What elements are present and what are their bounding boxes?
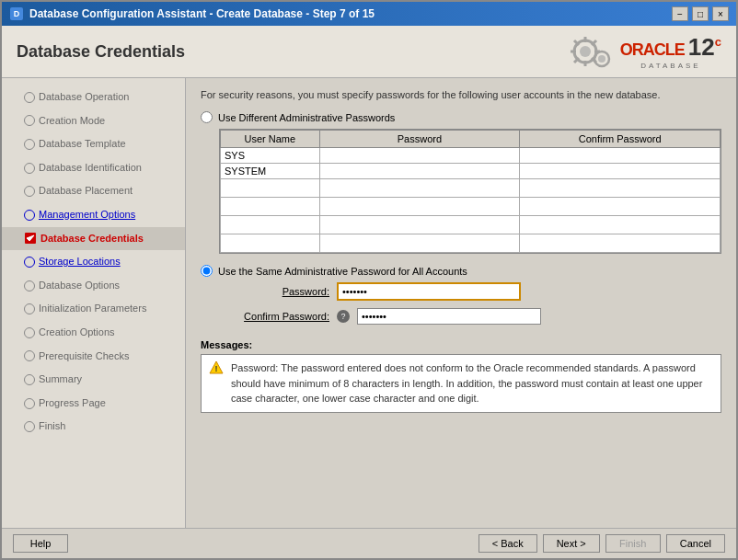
svg-text:D: D: [14, 9, 20, 18]
svg-text:!: !: [215, 364, 218, 373]
header-bar: Database Credentials: [2, 26, 736, 78]
sidebar-item-storage-locations[interactable]: Storage Locations: [2, 250, 185, 274]
content-area: For security reasons, you must specify p…: [186, 78, 736, 528]
step-circle-icon: [24, 327, 35, 338]
step-circle-icon: [24, 92, 35, 103]
help-button[interactable]: Help: [13, 534, 68, 553]
oracle-version: 12c: [688, 33, 721, 62]
oracle-database-label: DATABASE: [620, 62, 721, 70]
sidebar-item-creation-options: Creation Options: [2, 321, 185, 345]
credentials-table: User Name Password Confirm Password SYS: [220, 130, 721, 253]
next-button[interactable]: Next >: [543, 534, 600, 553]
radio-different-row: Use Different Administrative Passwords: [201, 111, 721, 123]
finish-button[interactable]: Finish: [605, 534, 661, 553]
sidebar-item-database-credentials[interactable]: Database Credentials: [2, 227, 185, 251]
sidebar-item-initialization-parameters: Initialization Parameters: [2, 297, 185, 321]
footer-left: Help: [13, 534, 68, 553]
confirm-sys-input[interactable]: [524, 150, 716, 161]
sidebar-item-progress-page: Progress Page: [2, 392, 185, 416]
step-circle-icon: [24, 139, 35, 150]
cancel-button[interactable]: Cancel: [666, 534, 725, 553]
confirm-password-label: Confirm Password:: [219, 311, 329, 322]
footer-right: < Back Next > Finish Cancel: [479, 534, 725, 553]
table-row-empty: [221, 179, 721, 198]
step-circle-icon: [24, 163, 35, 174]
close-button[interactable]: ×: [712, 6, 729, 21]
messages-label: Messages:: [201, 339, 721, 350]
back-button[interactable]: < Back: [479, 534, 537, 553]
minimize-button[interactable]: −: [672, 6, 688, 21]
sidebar: Database Operation Creation Mode Databas…: [2, 78, 186, 528]
restore-button[interactable]: □: [692, 6, 709, 21]
table-row-empty: [221, 216, 721, 234]
oracle-logo: ORACLE 12c DATABASE: [567, 33, 721, 70]
radio-same-row: Use the Same Administrative Password for…: [201, 265, 721, 277]
step-circle-icon: [24, 398, 35, 409]
sidebar-item-prerequisite-checks: Prerequisite Checks: [2, 345, 185, 369]
sidebar-item-database-identification: Database Identification: [2, 156, 185, 180]
step-circle-icon: [24, 350, 35, 361]
oracle-text: ORACLE: [620, 40, 685, 60]
password-sys-input[interactable]: [324, 150, 516, 161]
info-text: For security reasons, you must specify p…: [201, 89, 721, 100]
username-system: SYSTEM: [221, 164, 320, 179]
step-circle-icon: [24, 421, 35, 432]
credentials-table-section: User Name Password Confirm Password SYS: [219, 129, 721, 254]
col-password: Password: [319, 131, 520, 148]
warning-icon: !: [209, 360, 224, 375]
confirm-help-icon[interactable]: ?: [337, 310, 350, 323]
step-circle-icon: [24, 186, 35, 197]
step-circle-icon: [24, 280, 35, 291]
radio-different-input[interactable]: [201, 111, 213, 123]
col-username: User Name: [221, 131, 320, 148]
password-row: Password:: [219, 282, 721, 301]
step-circle-icon: [24, 374, 35, 385]
main-content: Database Operation Creation Mode Databas…: [2, 78, 736, 528]
radio-same-input[interactable]: [201, 265, 213, 277]
svg-line-8: [574, 40, 579, 45]
step-link-icon: [24, 210, 35, 221]
messages-box: ! Password: The password entered does no…: [201, 354, 721, 413]
footer: Help < Back Next > Finish Cancel: [2, 528, 736, 558]
sidebar-item-database-operation: Database Operation: [2, 86, 185, 109]
messages-section: Messages: ! Password: The password enter…: [201, 339, 721, 413]
main-window: D Database Configuration Assistant - Cre…: [0, 0, 738, 560]
app-icon: D: [9, 6, 24, 21]
svg-line-11: [574, 58, 579, 63]
radio-different-group: Use Different Administrative Passwords U…: [201, 111, 721, 254]
svg-point-3: [580, 46, 591, 57]
oracle-gear-icon: [567, 33, 613, 70]
sidebar-item-creation-mode: Creation Mode: [2, 109, 185, 133]
col-confirm-password: Confirm Password: [520, 131, 721, 148]
table-row: SYSTEM: [221, 164, 721, 179]
password-system-input[interactable]: [324, 166, 516, 177]
confirm-password-input[interactable]: [357, 308, 541, 325]
oracle-brand: ORACLE 12c DATABASE: [620, 33, 721, 70]
radio-same-group: Use the Same Administrative Password for…: [201, 265, 721, 325]
svg-line-10: [592, 40, 596, 45]
active-step-icon: [24, 232, 37, 245]
step-link-icon: [24, 257, 35, 268]
password-input[interactable]: [337, 282, 521, 301]
sidebar-item-finish: Finish: [2, 415, 185, 439]
title-bar-buttons: − □ ×: [672, 6, 729, 21]
sidebar-item-database-template: Database Template: [2, 132, 185, 156]
svg-point-13: [598, 55, 605, 63]
confirm-system-input[interactable]: [524, 166, 716, 177]
table-row-empty: [221, 198, 721, 216]
page-title: Database Credentials: [17, 42, 185, 62]
sidebar-item-management-options[interactable]: Management Options: [2, 203, 185, 227]
oracle-logo-top: ORACLE 12c DATABASE: [567, 33, 721, 70]
step-circle-icon: [24, 115, 35, 126]
sidebar-item-summary: Summary: [2, 368, 185, 392]
radio-different-label[interactable]: Use Different Administrative Passwords: [218, 112, 395, 123]
step-circle-icon: [24, 303, 35, 314]
title-bar: D Database Configuration Assistant - Cre…: [2, 2, 736, 26]
message-text: Password: The password entered does not …: [231, 360, 713, 406]
confirm-password-row: Confirm Password: ?: [219, 308, 721, 325]
radio-same-label[interactable]: Use the Same Administrative Password for…: [218, 266, 467, 277]
table-row-empty: [221, 234, 721, 253]
title-bar-left: D Database Configuration Assistant - Cre…: [9, 6, 375, 21]
window-title: Database Configuration Assistant - Creat…: [29, 7, 375, 20]
sidebar-item-database-options: Database Options: [2, 274, 185, 298]
